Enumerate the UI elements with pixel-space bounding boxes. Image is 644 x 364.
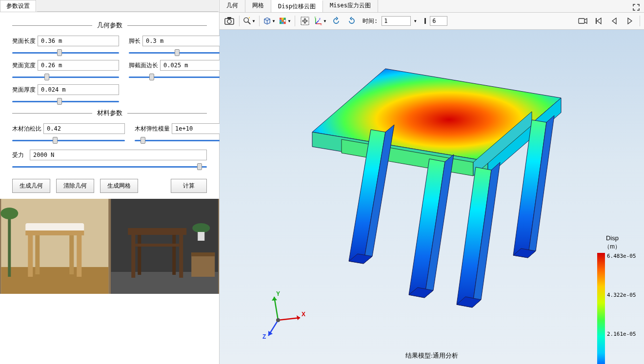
rotate-ccw-icon[interactable] — [329, 15, 343, 27]
play-back-icon[interactable] — [607, 15, 621, 27]
svg-rect-33 — [280, 22, 282, 24]
svg-rect-8 — [8, 213, 11, 277]
tab-mises[interactable]: Mises应力云图 — [323, 0, 378, 12]
tab-mesh[interactable]: 网格 — [245, 0, 271, 12]
right-panel: 几何 网格 Disp位移云图 Mises应力云图 ▼ ▼ ▼ YXZ▼ 时间: … — [220, 0, 644, 364]
end-icon[interactable] — [419, 15, 428, 27]
svg-rect-16 — [172, 235, 176, 275]
label-leg-cross: 脚截面边长 — [129, 61, 158, 70]
time-dropdown-icon[interactable]: ▼ — [413, 19, 417, 23]
slider-seat-width[interactable] — [12, 74, 119, 80]
input-poisson[interactable] — [43, 123, 125, 134]
input-seat-width[interactable] — [38, 60, 119, 71]
expand-icon[interactable] — [629, 1, 643, 14]
slider-poisson[interactable] — [12, 137, 125, 144]
viewport-3d[interactable]: X Y Z Disp （m） 6.483e-05 4.322e-05 2.161… — [220, 30, 644, 364]
svg-rect-19 — [191, 252, 215, 256]
svg-rect-35 — [283, 22, 285, 24]
section-material-title: 材料参数 — [12, 109, 207, 117]
svg-point-23 — [227, 19, 231, 23]
color-legend: Disp （m） 6.483e-05 4.322e-05 2.161e-05 0… — [590, 234, 634, 364]
svg-rect-6 — [35, 235, 40, 274]
svg-rect-45 — [596, 18, 597, 24]
svg-point-20 — [192, 223, 210, 233]
frame-input[interactable] — [430, 16, 447, 26]
svg-line-26 — [248, 22, 250, 24]
svg-text:Z: Z — [319, 18, 321, 20]
label-modulus: 木材弹性模量 — [135, 125, 170, 133]
svg-line-39 — [316, 20, 319, 24]
svg-rect-29 — [283, 18, 285, 19]
svg-rect-32 — [283, 20, 285, 22]
svg-text:Z: Z — [262, 333, 266, 340]
svg-rect-7 — [69, 235, 74, 274]
stool-model — [278, 54, 581, 327]
section-geometry-title: 几何参数 — [12, 21, 207, 30]
result-model-label: 结果模型:通用分析 — [405, 351, 458, 360]
svg-rect-43 — [424, 18, 426, 24]
slider-seat-thickness[interactable] — [12, 98, 119, 105]
move-icon[interactable] — [298, 15, 312, 27]
screenshot-icon[interactable] — [222, 15, 236, 27]
svg-rect-14 — [179, 235, 183, 278]
svg-line-46 — [278, 318, 300, 320]
rubik-icon[interactable]: ▼ — [278, 15, 292, 27]
left-panel: 参数设置 几何参数 凳面长度 脚长 — [0, 0, 220, 364]
svg-text:X: X — [302, 311, 305, 318]
viewport-toolbar: ▼ ▼ ▼ YXZ▼ 时间: ▼ — [220, 13, 644, 30]
svg-text:Y: Y — [276, 291, 280, 297]
svg-rect-17 — [135, 244, 179, 247]
label-force: 受力 — [12, 151, 27, 159]
svg-rect-28 — [282, 18, 283, 19]
slider-leg-length[interactable] — [129, 49, 224, 56]
svg-rect-27 — [280, 18, 282, 19]
input-seat-thickness[interactable] — [38, 84, 119, 95]
play-icon[interactable] — [623, 15, 637, 27]
svg-rect-21 — [198, 232, 204, 241]
camera-icon[interactable] — [576, 15, 590, 27]
axis-view-icon[interactable]: YXZ▼ — [314, 15, 327, 27]
svg-text:Y: Y — [314, 17, 316, 19]
svg-rect-1 — [1, 267, 108, 294]
slider-seat-length[interactable] — [12, 49, 119, 56]
input-seat-length[interactable] — [38, 36, 119, 46]
svg-rect-44 — [579, 19, 584, 23]
gen-geom-button[interactable]: 生成几何 — [12, 179, 50, 193]
skip-start-icon[interactable] — [592, 15, 605, 27]
svg-rect-5 — [77, 235, 81, 277]
calc-button[interactable]: 计算 — [171, 179, 207, 193]
time-input[interactable] — [382, 16, 411, 26]
label-leg-length: 脚长 — [129, 37, 141, 45]
reference-image-1 — [0, 199, 110, 294]
input-leg-length[interactable] — [142, 36, 224, 46]
label-seat-width: 凳面宽度 — [12, 61, 36, 70]
svg-rect-34 — [282, 22, 283, 24]
axis-triad: X Y Z — [259, 291, 307, 340]
svg-rect-4 — [28, 235, 33, 277]
label-seat-length: 凳面长度 — [12, 37, 36, 45]
box-icon[interactable]: ▼ — [262, 15, 276, 27]
svg-rect-31 — [282, 20, 283, 22]
tab-params[interactable]: 参数设置 — [0, 0, 36, 12]
svg-rect-30 — [280, 20, 282, 22]
clear-geom-button[interactable]: 清除几何 — [56, 179, 94, 193]
slider-force[interactable] — [12, 163, 207, 170]
label-seat-thickness: 凳面厚度 — [12, 86, 36, 94]
svg-rect-15 — [138, 235, 141, 275]
input-force[interactable] — [30, 150, 207, 160]
svg-rect-12 — [128, 228, 186, 235]
svg-rect-13 — [131, 235, 135, 278]
rotate-cw-icon[interactable] — [345, 15, 359, 27]
reference-image-2 — [110, 199, 220, 294]
svg-point-9 — [0, 208, 18, 219]
svg-point-49 — [276, 318, 280, 322]
svg-rect-24 — [227, 17, 231, 19]
svg-point-25 — [244, 18, 248, 22]
tab-disp[interactable]: Disp位移云图 — [271, 0, 323, 12]
label-poisson: 木材泊松比 — [12, 125, 41, 133]
zoom-icon[interactable]: ▼ — [242, 15, 256, 27]
tab-spacer — [37, 0, 218, 12]
tab-geometry[interactable]: 几何 — [220, 0, 245, 12]
time-label: 时间: — [362, 17, 378, 25]
gen-mesh-button[interactable]: 生成网格 — [100, 179, 138, 193]
